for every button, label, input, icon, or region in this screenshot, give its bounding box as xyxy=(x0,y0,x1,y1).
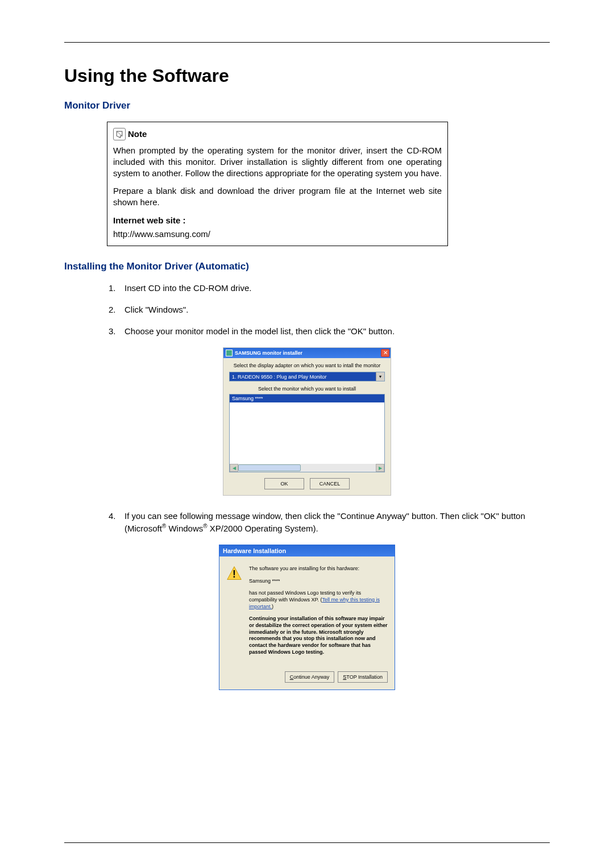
svg-line-0 xyxy=(117,131,122,136)
list-item: 1. Insert CD into the CD-ROM drive. xyxy=(109,283,550,294)
adapter-dropdown-value: 1. RADEON 9550 : Plug and Play Monitor xyxy=(232,374,327,380)
screenshot-hardware-installation: Hardware Installation ! The software you… xyxy=(64,545,550,691)
hw-text-1: The software you are installing for this… xyxy=(249,566,388,572)
ordered-list-continued: 4. If you can see following message wind… xyxy=(109,510,550,534)
section-monitor-driver: Monitor Driver xyxy=(64,100,550,111)
dialog-titlebar: Hardware Installation xyxy=(219,545,395,556)
close-icon[interactable]: ✕ xyxy=(381,349,389,357)
scroll-left-icon[interactable]: ◀ xyxy=(230,464,238,472)
hw-hardware-name: Samsung **** xyxy=(249,578,388,585)
list-number: 2. xyxy=(109,304,125,315)
note-paragraph-1: When prompted by the operating system fo… xyxy=(113,145,442,178)
dialog-buttons: Continue Anyway STOP Installation xyxy=(219,668,395,690)
chevron-down-icon[interactable]: ▼ xyxy=(376,372,384,381)
warning-icon: ! xyxy=(226,566,242,582)
button-label-rest: ontinue Anyway xyxy=(293,674,329,680)
list-number: 3. xyxy=(109,326,125,337)
horizontal-scrollbar[interactable]: ◀ ▶ xyxy=(230,464,384,472)
hw-text-3b: ) xyxy=(272,604,273,609)
ok-button[interactable]: OK xyxy=(264,478,304,489)
note-header: Note xyxy=(113,128,442,140)
note-title: Note xyxy=(128,128,147,140)
note-icon xyxy=(113,128,126,140)
top-rule xyxy=(64,42,550,43)
dialog-title: Hardware Installation xyxy=(223,547,286,554)
dialog-content: The software you are installing for this… xyxy=(249,566,388,662)
internet-website-url: http://www.samsung.com/ xyxy=(113,229,442,240)
scrollbar-thumb[interactable] xyxy=(238,464,301,471)
list-text: If you can see following message window,… xyxy=(125,510,550,534)
svg-text:!: ! xyxy=(233,568,236,580)
list-text: Click "Windows". xyxy=(125,304,550,315)
note-paragraph-2: Prepare a blank disk and download the dr… xyxy=(113,185,442,208)
list-number: 4. xyxy=(109,510,125,534)
list-item: 4. If you can see following message wind… xyxy=(109,510,550,534)
hardware-installation-dialog: Hardware Installation ! The software you… xyxy=(219,545,395,691)
adapter-dropdown[interactable]: 1. RADEON 9550 : Plug and Play Monitor ▼ xyxy=(229,372,385,381)
page: Using the Software Monitor Driver Note W… xyxy=(0,0,614,868)
continue-anyway-button[interactable]: Continue Anyway xyxy=(285,671,335,683)
step4-text-b: Windows xyxy=(166,524,203,533)
registered-mark: ® xyxy=(203,523,207,529)
dialog-buttons: OK CANCEL xyxy=(229,478,385,489)
ordered-list: 1. Insert CD into the CD-ROM drive. 2. C… xyxy=(109,283,550,338)
scroll-right-icon[interactable]: ▶ xyxy=(376,464,384,472)
list-text: Insert CD into the CD-ROM drive. xyxy=(125,283,550,294)
section-install-automatic: Installing the Monitor Driver (Automatic… xyxy=(64,261,550,272)
bottom-rule xyxy=(64,842,550,843)
dialog-body: Select the display adapter on which you … xyxy=(223,358,391,495)
hw-text-logo-testing: has not passed Windows Logo testing to v… xyxy=(249,590,388,610)
monitor-list-item-selected[interactable]: Samsung **** xyxy=(230,394,384,402)
list-item: 3. Choose your monitor model in the mode… xyxy=(109,326,550,337)
screenshot-samsung-installer: SAMSUNG monitor installer ✕ Select the d… xyxy=(64,347,550,496)
dialog-title: SAMSUNG monitor installer xyxy=(235,350,302,356)
monitor-listbox[interactable]: Samsung **** ◀ ▶ xyxy=(229,394,385,472)
step4-text-c: XP/2000 Operating System). xyxy=(208,524,318,533)
app-icon xyxy=(226,350,233,356)
dialog-instruction-2: Select the monitor which you want to ins… xyxy=(229,386,385,392)
scrollbar-track[interactable] xyxy=(238,464,376,472)
stop-installation-button[interactable]: STOP Installation xyxy=(338,671,388,683)
samsung-installer-dialog: SAMSUNG monitor installer ✕ Select the d… xyxy=(223,347,391,496)
list-item: 2. Click "Windows". xyxy=(109,304,550,315)
cancel-button[interactable]: CANCEL xyxy=(310,478,350,489)
page-title: Using the Software xyxy=(64,65,550,86)
list-number: 1. xyxy=(109,283,125,294)
dialog-body: ! The software you are installing for th… xyxy=(219,556,395,668)
note-box: Note When prompted by the operating syst… xyxy=(107,122,448,246)
button-label-rest: TOP Installation xyxy=(346,674,383,680)
internet-website-label: Internet web site : xyxy=(113,215,442,226)
list-text: Choose your monitor model in the model l… xyxy=(125,326,550,337)
dialog-instruction-1: Select the display adapter on which you … xyxy=(229,363,385,368)
hw-warning-bold: Continuing your installation of this sof… xyxy=(249,616,388,655)
dialog-titlebar: SAMSUNG monitor installer ✕ xyxy=(223,348,391,358)
